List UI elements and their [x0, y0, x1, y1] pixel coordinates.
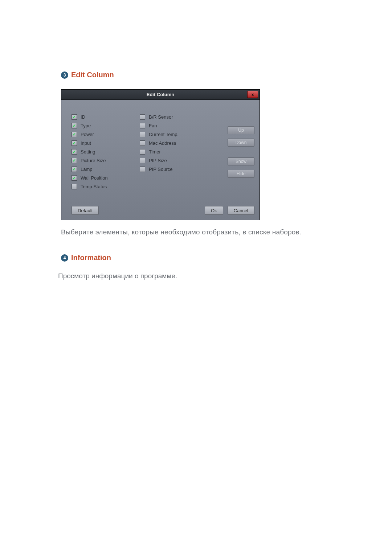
check-br-sensor[interactable]: ✓B/R Sensor: [140, 112, 208, 121]
check-lamp[interactable]: ✓Lamp: [72, 165, 140, 173]
check-mac-address[interactable]: ✓Mac Address: [140, 139, 208, 147]
checkbox-icon: ✓: [72, 184, 77, 189]
check-current-temp[interactable]: ✓Current Temp.: [140, 130, 208, 139]
check-label: Power: [81, 132, 94, 137]
check-picture-size[interactable]: ✓Picture Size: [72, 156, 140, 165]
dialog-body: ✓ID ✓Type ✓Power ✓Input ✓Setting ✓Pictur…: [61, 100, 260, 220]
checkbox-icon: ✓: [140, 132, 145, 137]
check-power[interactable]: ✓Power: [72, 130, 140, 139]
right-column: ✓B/R Sensor ✓Fan ✓Current Temp. ✓Mac Add…: [140, 112, 208, 191]
check-label: Temp.Status: [81, 184, 107, 189]
check-wall-position[interactable]: ✓Wall Position: [72, 173, 140, 182]
check-label: Fan: [149, 123, 157, 128]
up-button[interactable]: Up: [228, 126, 254, 134]
checkbox-icon: ✓: [140, 167, 145, 172]
checkbox-icon: ✓: [72, 140, 77, 146]
checkbox-icon: ✓: [140, 149, 145, 155]
checkbox-icon: ✓: [72, 123, 77, 128]
check-label: Type: [81, 123, 91, 128]
check-timer[interactable]: ✓Timer: [140, 147, 208, 156]
hide-button[interactable]: Hide: [228, 170, 254, 178]
check-label: B/R Sensor: [149, 114, 173, 120]
checkbox-icon: ✓: [72, 175, 77, 181]
close-icon: x: [251, 92, 254, 97]
dialog-titlebar: Edit Column x: [61, 90, 260, 100]
section-3-title: Edit Column: [71, 71, 114, 79]
check-input[interactable]: ✓Input: [72, 139, 140, 147]
check-label: Mac Address: [149, 140, 176, 146]
dialog-title: Edit Column: [147, 92, 175, 97]
check-label: Picture Size: [81, 158, 106, 163]
check-label: PIP Source: [149, 167, 173, 172]
check-fan[interactable]: ✓Fan: [140, 121, 208, 130]
checkbox-icon: ✓: [72, 158, 77, 163]
check-label: PIP Size: [149, 158, 167, 163]
check-label: Input: [81, 140, 91, 146]
check-temp-status[interactable]: ✓Temp.Status: [72, 182, 140, 191]
ok-button[interactable]: Ok: [205, 206, 223, 215]
check-id[interactable]: ✓ID: [72, 112, 140, 121]
check-label: Wall Position: [81, 175, 108, 181]
checkbox-icon: ✓: [140, 114, 145, 120]
cancel-button[interactable]: Cancel: [228, 206, 254, 215]
section-3-heading: 3 Edit Column: [61, 71, 334, 79]
side-buttons: Up Down Show Hide: [208, 112, 254, 191]
section-4-caption: Просмотр информации о программе.: [58, 272, 334, 280]
checkbox-icon: ✓: [140, 123, 145, 128]
checkbox-icon: ✓: [72, 132, 77, 137]
check-pip-size[interactable]: ✓PIP Size: [140, 156, 208, 165]
check-setting[interactable]: ✓Setting: [72, 147, 140, 156]
checkbox-icon: ✓: [72, 167, 77, 172]
check-pip-source[interactable]: ✓PIP Source: [140, 165, 208, 173]
bullet-4: 4: [61, 254, 68, 262]
check-label: Setting: [81, 149, 95, 155]
checkbox-icon: ✓: [140, 140, 145, 146]
check-label: ID: [81, 114, 85, 120]
section-3-caption: Выберите элементы, которые необходимо от…: [61, 228, 334, 236]
down-button[interactable]: Down: [228, 139, 254, 147]
checkbox-icon: ✓: [72, 149, 77, 155]
checkbox-icon: ✓: [140, 158, 145, 163]
default-button[interactable]: Default: [72, 206, 99, 215]
section-4-heading: 4 Information: [61, 254, 334, 262]
section-4-title: Information: [71, 254, 111, 262]
check-label: Current Temp.: [149, 132, 179, 137]
check-label: Timer: [149, 149, 161, 155]
dialog-footer: Default Ok Cancel: [72, 206, 254, 215]
close-button[interactable]: x: [247, 91, 258, 98]
show-button[interactable]: Show: [228, 157, 254, 165]
check-label: Lamp: [81, 167, 93, 172]
checkbox-icon: ✓: [72, 114, 77, 120]
check-type[interactable]: ✓Type: [72, 121, 140, 130]
bullet-3: 3: [61, 71, 68, 79]
left-column: ✓ID ✓Type ✓Power ✓Input ✓Setting ✓Pictur…: [72, 112, 140, 191]
edit-column-dialog: Edit Column x ✓ID ✓Type ✓Power ✓Input ✓S…: [61, 89, 260, 220]
